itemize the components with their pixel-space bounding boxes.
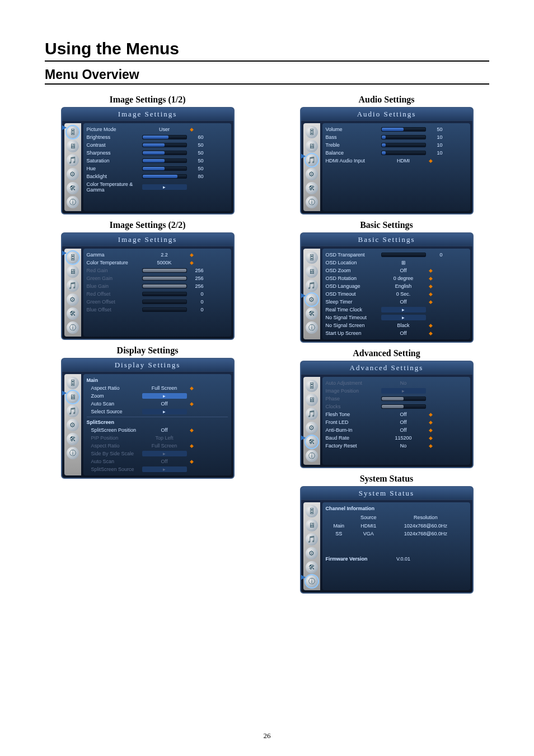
osd-row[interactable]: Green Gain256 <box>87 274 228 282</box>
sliders-icon[interactable]: 🎛 <box>306 380 318 392</box>
tools-icon[interactable]: 🛠 <box>67 307 79 320</box>
osd-row[interactable]: Aspect RatioFull Screen◆ <box>87 384 228 392</box>
osd-row[interactable]: Sharpness50 <box>87 149 228 157</box>
osd-row[interactable]: OSD ZoomOff◆ <box>326 267 467 274</box>
osd-row[interactable]: OSD LanguageEnglish◆ <box>326 282 467 290</box>
osd-row[interactable]: Brightness60 <box>87 133 228 141</box>
display-icon[interactable]: 🖥 <box>67 265 79 278</box>
gear-icon[interactable]: ⚙ <box>306 547 318 559</box>
osd-row[interactable]: SplitScreen PositionOff◆ <box>87 426 228 434</box>
osd-row[interactable]: No Signal ScreenBlack◆ <box>326 321 467 329</box>
osd-row[interactable]: Baud Rate115200◆ <box>326 434 467 442</box>
display-icon[interactable]: 🖥 <box>306 265 318 278</box>
slider[interactable] <box>381 135 426 139</box>
gear-icon[interactable]: ⚙ <box>67 293 79 306</box>
osd-row[interactable]: Treble10 <box>326 141 467 149</box>
slider[interactable] <box>381 143 426 147</box>
tools-icon[interactable]: 🛠 <box>67 182 79 194</box>
osd-row[interactable]: Balance10 <box>326 149 467 157</box>
tools-icon[interactable]: 🛠 <box>306 436 318 448</box>
gear-icon[interactable]: ⚙ <box>306 293 318 306</box>
info-icon[interactable]: ⓘ <box>306 575 318 587</box>
osd-row[interactable]: Phase <box>326 395 467 403</box>
audio-icon[interactable]: 🎵 <box>67 154 79 166</box>
osd-row[interactable]: Side By Side Scale▸ <box>87 450 228 458</box>
info-icon[interactable]: ⓘ <box>306 450 318 462</box>
gear-icon[interactable]: ⚙ <box>306 422 318 434</box>
osd-row[interactable]: No Signal Timeout▸ <box>326 314 467 321</box>
osd-row[interactable]: Blue Gain256 <box>87 282 228 290</box>
submenu-arrow-icon[interactable]: ▸ <box>142 466 187 472</box>
slider[interactable] <box>142 292 187 296</box>
submenu-arrow-icon[interactable]: ▸ <box>142 409 187 414</box>
info-icon[interactable]: ⓘ <box>306 196 318 208</box>
sliders-icon[interactable]: 🎛 <box>67 126 79 138</box>
submenu-arrow-icon[interactable]: ▸ <box>142 184 187 190</box>
slider[interactable] <box>142 166 187 171</box>
info-icon[interactable]: ⓘ <box>67 321 79 334</box>
osd-row[interactable]: OSD Transparent0 <box>326 251 467 259</box>
osd-row[interactable]: Factory ResetNo◆ <box>326 442 467 450</box>
tools-icon[interactable]: 🛠 <box>306 182 318 194</box>
osd-row[interactable]: Picture ModeUser◆ <box>87 125 228 133</box>
osd-row[interactable]: Red Gain256 <box>87 267 228 274</box>
slider[interactable] <box>142 300 187 304</box>
display-icon[interactable]: 🖥 <box>306 140 318 152</box>
osd-row[interactable]: HDMI Audio InputHDMI◆ <box>326 157 467 165</box>
osd-row[interactable]: Start Up ScreenOff◆ <box>326 329 467 337</box>
osd-row[interactable]: Auto ScanOff◆ <box>87 400 228 408</box>
slider[interactable] <box>381 396 426 401</box>
osd-row[interactable]: Front LEDOff◆ <box>326 418 467 426</box>
osd-row[interactable]: Image Position▸ <box>326 387 467 395</box>
osd-row[interactable]: OSD Timeout0 Sec.◆ <box>326 290 467 298</box>
slider[interactable] <box>142 174 187 179</box>
info-icon[interactable]: ⓘ <box>67 196 79 208</box>
osd-row[interactable]: Volume50 <box>326 125 467 133</box>
audio-icon[interactable]: 🎵 <box>67 279 79 292</box>
sliders-icon[interactable]: 🎛 <box>67 377 79 389</box>
osd-row[interactable]: Red Offset0 <box>87 290 228 298</box>
slider[interactable] <box>142 307 187 312</box>
osd-row[interactable]: Color Temperature5000K◆ <box>87 259 228 267</box>
gear-icon[interactable]: ⚙ <box>67 168 79 180</box>
slider[interactable] <box>381 253 426 257</box>
sliders-icon[interactable]: 🎛 <box>306 505 318 517</box>
slider[interactable] <box>142 151 187 155</box>
osd-row[interactable]: Clocks <box>326 403 467 410</box>
submenu-arrow-icon[interactable]: ▸ <box>142 451 187 456</box>
display-icon[interactable]: 🖥 <box>67 391 79 403</box>
slider[interactable] <box>142 276 187 281</box>
slider[interactable] <box>142 284 187 288</box>
slider[interactable] <box>142 268 187 273</box>
slider[interactable] <box>381 151 426 155</box>
osd-row[interactable]: Blue Offset0 <box>87 306 228 314</box>
gear-icon[interactable]: ⚙ <box>306 168 318 180</box>
osd-row[interactable]: Auto ScanOff◆ <box>87 458 228 465</box>
info-icon[interactable]: ⓘ <box>67 447 79 459</box>
slider[interactable] <box>381 404 426 409</box>
tools-icon[interactable]: 🛠 <box>67 433 79 445</box>
osd-row[interactable]: OSD Location⊞ <box>326 259 467 267</box>
osd-row[interactable]: Real Time Clock▸ <box>326 306 467 314</box>
tools-icon[interactable]: 🛠 <box>306 307 318 320</box>
sliders-icon[interactable]: 🎛 <box>306 126 318 138</box>
osd-row[interactable]: Auto AdjustmentNo <box>326 379 467 387</box>
osd-row[interactable]: Aspect RatioFull Screen◆ <box>87 442 228 450</box>
display-icon[interactable]: 🖥 <box>306 394 318 406</box>
osd-row[interactable]: Backlight80 <box>87 172 228 180</box>
osd-row[interactable]: Select Source▸ <box>87 408 228 416</box>
submenu-arrow-icon[interactable]: ▸ <box>142 393 187 399</box>
gear-icon[interactable]: ⚙ <box>67 419 79 431</box>
osd-row[interactable]: Flesh ToneOff◆ <box>326 410 467 418</box>
submenu-arrow-icon[interactable]: ▸ <box>381 388 426 394</box>
info-icon[interactable]: ⓘ <box>306 321 318 334</box>
tools-icon[interactable]: 🛠 <box>306 561 318 573</box>
audio-icon[interactable]: 🎵 <box>67 405 79 417</box>
slider[interactable] <box>142 158 187 163</box>
osd-row[interactable]: Contrast50 <box>87 141 228 149</box>
sliders-icon[interactable]: 🎛 <box>67 251 79 264</box>
display-icon[interactable]: 🖥 <box>306 519 318 531</box>
osd-row[interactable]: Anti-Burn-InOff◆ <box>326 426 467 434</box>
osd-row[interactable]: OSD Rotation0 degree◆ <box>326 274 467 282</box>
osd-row[interactable]: Green Offset0 <box>87 298 228 306</box>
